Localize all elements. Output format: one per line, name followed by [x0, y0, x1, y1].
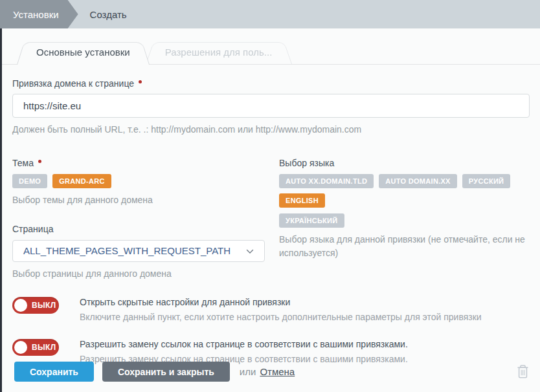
- page-select[interactable]: ALL_THEME_PAGES_WITH_REQUEST_PATH: [12, 240, 265, 262]
- language-chip-russian[interactable]: РУССКИЙ: [462, 174, 511, 188]
- language-field-label: Выбор языка: [279, 158, 530, 168]
- footer-actions: Сохранить Сохранить и закрыть или Отмена: [14, 362, 530, 382]
- cancel-link[interactable]: Отмена: [260, 366, 295, 377]
- domain-label-text: Привязка домена к странице: [12, 78, 134, 89]
- page-field-label: Страница: [12, 224, 279, 234]
- language-chip-row-2: УКРАЇНСЬКИЙ: [279, 213, 530, 228]
- theme-label-text: Тема: [12, 158, 34, 168]
- tab-user-permissions[interactable]: Разрешения для поль...: [146, 39, 292, 64]
- link-replace-toggle[interactable]: ВЫКЛ: [12, 339, 59, 356]
- domain-help-text: Должен быть полный URL, т.е. .: http://m…: [12, 123, 530, 136]
- page-select-value: ALL_THEME_PAGES_WITH_REQUEST_PATH: [23, 245, 231, 256]
- page-help-text: Выбор страницы для данного домена: [12, 267, 279, 280]
- language-chip-row-1: AUTO XX.DOMAIN.TLD AUTO DOMAIN.XX РУССКИ…: [279, 174, 530, 208]
- language-chip-ukrainian[interactable]: УКРАЇНСЬКИЙ: [279, 213, 344, 228]
- settings-page: Установки Создать Основные установки Раз…: [0, 0, 540, 392]
- language-chip-auto-xx-domain-tld[interactable]: AUTO XX.DOMAIN.TLD: [279, 174, 374, 188]
- page-label-text: Страница: [12, 224, 53, 234]
- breadcrumb-label: Установки: [13, 9, 59, 20]
- theme-chip-demo[interactable]: DEMO: [12, 174, 47, 188]
- save-button[interactable]: Сохранить: [14, 362, 94, 382]
- tab-main-settings[interactable]: Основные установки: [17, 39, 150, 65]
- main-panel: Основные установки Разрешения для поль..…: [0, 28, 540, 392]
- theme-field-label: Тема: [12, 158, 279, 168]
- chevron-down-icon: [246, 245, 254, 257]
- toggle-text-block: Разрешить замену ссылок на странице в со…: [80, 339, 408, 364]
- trash-icon[interactable]: [516, 364, 530, 379]
- left-column: Тема DEMO GRAND-ARC Выбор темы для данно…: [12, 144, 279, 280]
- breadcrumb-item-create[interactable]: Создать: [90, 0, 127, 28]
- right-column: Выбор языка AUTO XX.DOMAIN.TLD AUTO DOMA…: [279, 144, 530, 280]
- theme-chip-row: DEMO GRAND-ARC: [12, 174, 279, 188]
- hidden-settings-label: Открыть скрытые настройки для данной при…: [80, 297, 482, 307]
- domain-field-label: Привязка домена к странице: [12, 78, 530, 89]
- toggle-state-label: ВЫКЛ: [32, 301, 56, 310]
- hidden-settings-toggle[interactable]: ВЫКЛ: [12, 297, 59, 314]
- form-content: Привязка домена к странице Должен быть п…: [2, 78, 540, 364]
- save-and-close-button[interactable]: Сохранить и закрыть: [102, 362, 230, 382]
- tab-label: Разрешения для поль...: [165, 47, 273, 58]
- tab-bar: Основные установки Разрешения для поль..…: [2, 28, 540, 65]
- link-replace-label: Разрешить замену ссылок на странице в со…: [80, 339, 408, 349]
- columns-row: Тема DEMO GRAND-ARC Выбор темы для данно…: [12, 144, 530, 280]
- language-chip-auto-domain-xx[interactable]: AUTO DOMAIN.XX: [379, 174, 457, 188]
- toggle-state-label: ВЫКЛ: [32, 343, 56, 352]
- breadcrumb-label: Создать: [90, 9, 127, 20]
- toggle-knob: [14, 341, 27, 354]
- hidden-settings-toggle-row: ВЫКЛ Открыть скрытые настройки для данно…: [12, 297, 530, 322]
- required-marker: [38, 160, 41, 163]
- language-chip-english[interactable]: ENGLISH: [279, 193, 325, 208]
- hidden-settings-help: Включите данный пункт, если хотите настр…: [80, 312, 482, 322]
- toggle-text-block: Открыть скрытые настройки для данной при…: [80, 297, 482, 322]
- or-text: или: [240, 366, 256, 377]
- theme-help-text: Выбор темы для данного домена: [12, 193, 279, 206]
- breadcrumb-item-settings[interactable]: Установки: [0, 0, 78, 28]
- link-replace-toggle-row: ВЫКЛ Разрешить замену ссылок на странице…: [12, 339, 530, 364]
- breadcrumb: Установки Создать: [0, 0, 540, 28]
- domain-url-input[interactable]: [12, 94, 530, 118]
- tab-label: Основные установки: [36, 47, 130, 58]
- page-group: Страница ALL_THEME_PAGES_WITH_REQUEST_PA…: [12, 224, 279, 280]
- language-help-text: Выбор языка для данной привязки (не отме…: [279, 233, 530, 259]
- toggle-knob: [14, 299, 27, 312]
- language-label-text: Выбор языка: [279, 158, 334, 168]
- theme-chip-grand-arc[interactable]: GRAND-ARC: [52, 174, 111, 188]
- required-marker: [139, 80, 142, 83]
